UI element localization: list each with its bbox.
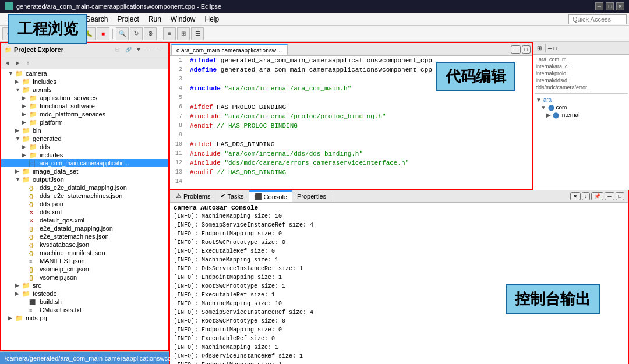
explorer-back-btn[interactable]: ◀ <box>2 58 12 68</box>
outline-tree-ara[interactable]: ▼ ara <box>535 96 628 104</box>
code-line-9: 9 <box>170 132 532 141</box>
tab-properties[interactable]: Properties <box>292 192 331 201</box>
console-max-btn[interactable]: □ <box>616 192 624 200</box>
minimize-button[interactable]: ─ <box>595 2 603 10</box>
tree-item-includes2[interactable]: ▶ includes <box>1 151 168 159</box>
menu-help[interactable]: Help <box>200 14 224 24</box>
tree-item-json8[interactable]: vsomeip_cm.json <box>1 265 168 273</box>
maximize-button[interactable]: □ <box>606 2 614 10</box>
console-scroll-btn[interactable]: ↓ <box>582 192 591 200</box>
editor-tab-main[interactable]: c ara_com_main-cameraapplicationswcompon… <box>171 44 288 55</box>
tree-item-testcode[interactable]: ▶ testcode <box>1 289 168 298</box>
project-explorer-header: 📁 Project Explorer ⊟ 🔗 ▼ ─ □ <box>1 43 168 56</box>
code-line-13: 13 #endif // HAS_DDS_BINDING <box>170 169 532 178</box>
tree-item-dds[interactable]: ▶ dds <box>1 143 168 151</box>
toolbar-stop[interactable]: ■ <box>97 27 109 40</box>
tree-item-generated[interactable]: ▼ generated <box>1 135 168 143</box>
code-line-14: 14 <box>170 178 532 188</box>
outline-max-btn[interactable]: □ <box>553 45 556 51</box>
console-line-14: [INFO]: EndpointMapping size: 0 <box>174 326 624 334</box>
menu-run[interactable]: Run <box>144 14 166 24</box>
tree-item-json5[interactable]: e2e_statemachines.json <box>1 232 168 241</box>
tree-item-functional[interactable]: ▶ functional_software <box>1 102 168 110</box>
close-button[interactable]: ✕ <box>616 2 624 10</box>
tree-item-json3[interactable]: dds.json <box>1 200 168 208</box>
toolbar-sep4 <box>160 29 160 39</box>
tree-item-json6[interactable]: kvsdatabase.json <box>1 241 168 249</box>
tree-item-json9[interactable]: vsomeip.json <box>1 273 168 281</box>
console-toolbar: ✕ ↓ 📌 ─ □ <box>568 192 627 200</box>
explorer-toolbar: ◀ ▶ ↑ <box>1 56 168 69</box>
quick-access-input[interactable] <box>568 14 627 24</box>
console-line-6: [INFO]: MachineMapping size: 1 <box>174 256 624 264</box>
panel-menu-btn[interactable]: ▼ <box>134 45 143 54</box>
toolbar-search[interactable]: 🔍 <box>116 27 129 40</box>
outline-separator <box>535 93 628 94</box>
toolbar-btn6[interactable]: ⊞ <box>177 27 190 40</box>
toolbar-btn7[interactable]: ☰ <box>191 27 204 40</box>
toolbar-btn5[interactable]: ≡ <box>163 27 176 40</box>
window-controls: ─ □ ✕ <box>595 2 624 10</box>
console-pin-btn[interactable]: 📌 <box>591 192 603 200</box>
console-title: camera AutoSar Console <box>174 204 624 212</box>
tree-item-src[interactable]: ▶ src <box>1 281 168 289</box>
code-line-7: 7 #include "ara/com/internal/proloc/prol… <box>170 113 532 122</box>
tab-console[interactable]: ⬛ Console <box>249 190 292 202</box>
explorer-up-btn[interactable]: ↑ <box>23 58 33 68</box>
tree-item-json2[interactable]: dds_e2e_statemachines.json <box>1 192 168 200</box>
console-clear-btn[interactable]: ✕ <box>570 192 581 200</box>
outline-tab-label[interactable]: ⊞ <box>533 44 546 52</box>
outline-min-btn[interactable]: ─ <box>548 45 552 51</box>
tree-item-json7[interactable]: machine_manifest.json <box>1 249 168 257</box>
outline-item-4[interactable]: internal/dds/d... <box>535 77 628 84</box>
tree-item-arxmls[interactable]: ▼ arxmls <box>1 86 168 94</box>
collapse-all-btn[interactable]: ⊟ <box>113 45 122 54</box>
console-line-7: [INFO]: DdsServiceInstanceRef size: 1 <box>174 264 624 273</box>
main-toolbar: ◀ ▶ ⬛ 💾 ▶ 🐛 ■ 🔍 ↻ ⚙ ≡ ⊞ ☰ <box>0 26 629 42</box>
toolbar-settings[interactable]: ⚙ <box>144 27 157 40</box>
tree-item-xml2[interactable]: default_qos.xml <box>1 216 168 224</box>
tab-problems[interactable]: ⚠ Problems <box>171 191 215 201</box>
editor-maximize-btn[interactable]: □ <box>522 45 531 54</box>
tree-item-json4[interactable]: e2e_dataid_mapping.json <box>1 224 168 232</box>
editor-tab-label: ara_com_main-cameraapplicationswcomponen… <box>181 47 288 54</box>
panel-maximize-btn[interactable]: □ <box>155 45 164 54</box>
code-line-8: 8 #endif // HAS_PROLOC_BINDING <box>170 122 532 132</box>
console-min-btn[interactable]: ─ <box>605 192 614 200</box>
outline-item-1[interactable]: _ara_com_m... <box>535 56 628 63</box>
console-line-3: [INFO]: EndpointMapping size: 0 <box>174 229 624 238</box>
menu-window[interactable]: Window <box>166 14 200 24</box>
outline-tree-internal[interactable]: ▶ ⬤ internal <box>535 111 628 119</box>
tree-item-buildsh[interactable]: build.sh <box>1 298 168 306</box>
tree-item-cpp-file[interactable]: ara_com_main-cameraapplicatic… <box>1 159 168 167</box>
outline-toolbar: ─ □ <box>546 44 559 52</box>
menu-project[interactable]: Project <box>112 14 143 24</box>
outline-tree-com[interactable]: ▼ ⬤ com <box>535 104 628 111</box>
tree-item-outputjson[interactable]: ▼ outputJson <box>1 175 168 183</box>
outline-item-5[interactable]: dds/mdc/camera/error... <box>535 84 628 91</box>
annotation-code-editor: 代码编辑 <box>436 62 515 91</box>
toolbar-refresh[interactable]: ↻ <box>130 27 143 40</box>
tree-item-mds-prj[interactable]: ▶ mds-prj <box>1 314 168 322</box>
link-editor-btn[interactable]: 🔗 <box>123 45 133 54</box>
tree-item-image-data[interactable]: ▶ image_data_set <box>1 167 168 175</box>
outline-item-3[interactable]: internal/prolo... <box>535 70 628 77</box>
tree-item-cmake[interactable]: CMakeLists.txt <box>1 306 168 314</box>
outline-panel: ⊞ ─ □ _ara_com_m... internal/ara_c... in… <box>533 42 629 190</box>
editor-minimize-btn[interactable]: ─ <box>511 45 520 54</box>
outline-item-2[interactable]: internal/ara_c... <box>535 63 628 70</box>
tree-item-includes[interactable]: ▶ Includes <box>1 77 168 86</box>
panel-minimize-btn[interactable]: ─ <box>144 45 154 54</box>
tree-item-camera[interactable]: ▼ camera <box>1 69 168 77</box>
tree-item-manifest[interactable]: MANIFEST.json <box>1 257 168 265</box>
explorer-forward-btn[interactable]: ▶ <box>13 58 22 68</box>
console-line-1: [INFO]: MachineMapping size: 10 <box>174 212 624 221</box>
tree-item-platform[interactable]: ▶ platform <box>1 118 168 126</box>
status-text: /camera/generated/ara_com_main-cameraapp… <box>5 355 209 362</box>
tree-item-json1[interactable]: dds_e2e_dataid_mapping.json <box>1 183 168 192</box>
tree-item-xml1[interactable]: dds.xml <box>1 208 168 216</box>
tab-tasks[interactable]: ✔ Tasks <box>215 191 249 201</box>
tree-item-app-services[interactable]: ▶ application_services <box>1 94 168 102</box>
tree-item-mdc-platform[interactable]: ▶ mdc_platform_services <box>1 110 168 118</box>
tree-item-bin[interactable]: ▶ bin <box>1 126 168 135</box>
